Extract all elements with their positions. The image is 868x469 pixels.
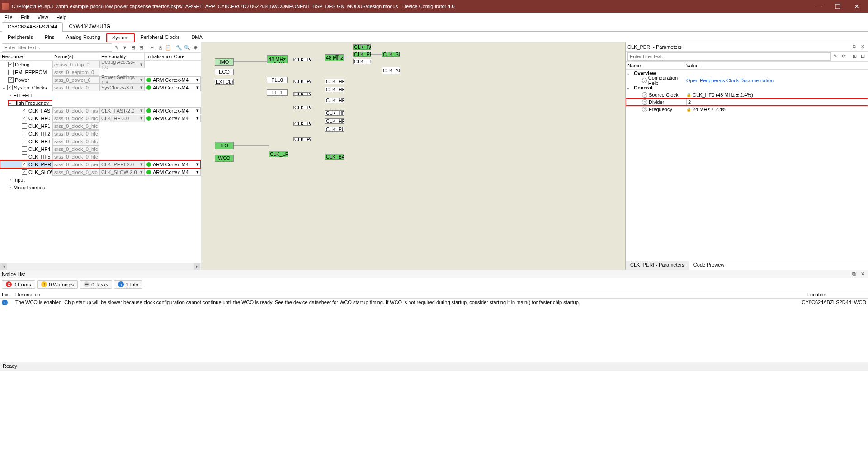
- diag-fll[interactable]: FLL48 MHz ± 2.4%: [267, 55, 288, 63]
- divider-input[interactable]: [686, 99, 866, 105]
- clk-hf2-checkbox[interactable]: [22, 131, 27, 136]
- notice-header-desc[interactable]: Description: [15, 292, 807, 297]
- diag-clk-bak[interactable]: CLK_BAK: [325, 154, 344, 160]
- param-source-clock[interactable]: ?Source Clock 🔒CLK_HF0 (48 MHz ± 2.4%): [626, 91, 868, 98]
- params-popout-icon[interactable]: ⧉: [851, 43, 858, 51]
- misc-expander[interactable]: ›: [8, 185, 13, 190]
- row-clk-fast[interactable]: CLK_FAST CLK_FAST-2.0▾ ARM Cortex-M4▾: [0, 107, 201, 114]
- help-icon[interactable]: ?: [642, 78, 647, 83]
- clock-diagram-canvas[interactable]: IMO ECO EXTCLK FLL48 MHz ± 2.4% PLL0 PLL…: [201, 42, 626, 270]
- debug-personality-drop[interactable]: Debug Access-1.0▾: [99, 61, 145, 68]
- tree-scrollbar-h[interactable]: ◂ ▸: [0, 263, 201, 270]
- menu-view[interactable]: View: [36, 14, 50, 21]
- row-clk-hf1[interactable]: CLK_HF1: [0, 122, 201, 130]
- header-names[interactable]: Name(s): [52, 53, 99, 60]
- clk-fast-core-drop[interactable]: ARM Cortex-M4▾: [145, 107, 201, 114]
- clk-hf5-name-input[interactable]: [52, 153, 99, 160]
- fllpll-expander[interactable]: ›: [8, 93, 13, 98]
- param-frequency[interactable]: ?Frequency 🔒24 MHz ± 2.4%: [626, 106, 868, 113]
- diag-extclk[interactable]: EXTCLK: [215, 79, 234, 85]
- clk-hf2-name-input[interactable]: [52, 130, 99, 137]
- maximize-button[interactable]: ❐: [828, 0, 847, 13]
- device-tab-cyw[interactable]: CYW4343WKUBG: [63, 22, 116, 31]
- clk-hf0-checkbox[interactable]: [22, 116, 27, 121]
- params-close-icon[interactable]: ✕: [859, 43, 866, 51]
- sysclocks-checkbox[interactable]: [7, 85, 13, 90]
- header-resource[interactable]: Resource: [0, 53, 52, 60]
- tab-analog-routing[interactable]: Analog-Routing: [60, 33, 106, 42]
- clk-slow-checkbox[interactable]: [22, 169, 27, 175]
- minimize-button[interactable]: —: [809, 0, 828, 13]
- diag-clk-hf5[interactable]: CLK_HF5: [325, 118, 344, 124]
- params-collapse-icon[interactable]: ⊟: [859, 52, 866, 60]
- tab-system[interactable]: System: [106, 33, 135, 42]
- highfreq-expander[interactable]: ⌄: [8, 101, 13, 105]
- clk-hf3-name-input[interactable]: [52, 138, 99, 145]
- clk-hf1-name-input[interactable]: [52, 122, 99, 130]
- confhelp-link[interactable]: Open Peripherals Clock Documentation: [686, 78, 774, 83]
- diag-imo[interactable]: IMO: [215, 58, 234, 66]
- menu-help[interactable]: Help: [54, 14, 68, 21]
- row-clk-hf3[interactable]: CLK_HF3: [0, 137, 201, 145]
- header-personality[interactable]: Personality: [99, 53, 145, 60]
- tab-peripherals[interactable]: Peripherals: [2, 33, 39, 42]
- diag-clk-hf0[interactable]: CLK_HF048 MHz ± 2.4%: [325, 54, 344, 61]
- notice-header-loc[interactable]: Location: [807, 292, 866, 297]
- notice-tab-tasks[interactable]: ☰0 Tasks: [80, 280, 112, 289]
- row-input[interactable]: ›Input: [0, 176, 201, 183]
- diag-clk-hf2[interactable]: CLK_HF2: [325, 87, 344, 92]
- power-core-drop[interactable]: ARM Cortex-M4▾: [145, 76, 201, 84]
- param-confhelp[interactable]: ?Configuration Help Open Peripherals Clo…: [626, 77, 868, 84]
- row-clk-hf0[interactable]: CLK_HF0 CLK_HF-3.0▾ ARM Cortex-M4▾: [0, 114, 201, 122]
- clk-peri-name-input[interactable]: [52, 161, 99, 168]
- diag-eco[interactable]: ECO: [215, 69, 234, 75]
- scroll-right-icon[interactable]: ▸: [194, 263, 200, 270]
- row-clk-hf4[interactable]: CLK_HF4: [0, 145, 201, 153]
- close-button[interactable]: ✕: [847, 0, 866, 13]
- row-power[interactable]: Power Power Settings-1.3▾ ARM Cortex-M4▾: [0, 76, 201, 84]
- eeprom-name-input[interactable]: [52, 69, 99, 76]
- input-expander[interactable]: ›: [8, 178, 13, 182]
- power-checkbox[interactable]: [8, 77, 14, 83]
- debug-checkbox[interactable]: [8, 62, 14, 67]
- params-expand-icon[interactable]: ⊞: [851, 52, 858, 60]
- diag-pll1[interactable]: PLL1: [267, 89, 288, 96]
- clk-peri-checkbox[interactable]: [22, 162, 27, 167]
- params-header-name[interactable]: Name: [626, 62, 684, 69]
- power-personality-drop[interactable]: Power Settings-1.3▾: [99, 76, 145, 84]
- tab-clk-peri-params[interactable]: CLK_PERI - Parameters: [626, 261, 689, 270]
- expand-all-icon[interactable]: ⊞: [129, 44, 137, 51]
- clk-hf4-checkbox[interactable]: [22, 146, 27, 152]
- diag-clk-lf[interactable]: CLK_LF: [269, 151, 288, 157]
- header-core[interactable]: Initialization Core: [145, 53, 201, 60]
- collapse-all-icon[interactable]: ⊟: [137, 44, 145, 51]
- notice-popout-icon[interactable]: ⧉: [850, 271, 858, 278]
- paste-icon[interactable]: 📋: [165, 44, 172, 51]
- scroll-left-icon[interactable]: ◂: [0, 263, 7, 270]
- resource-filter-input[interactable]: [2, 43, 112, 52]
- device-tab-cy8c[interactable]: CY8C624ABZI-S2D44: [2, 22, 63, 32]
- clk-hf0-core-drop[interactable]: ARM Cortex-M4▾: [145, 115, 201, 122]
- notice-row-wco[interactable]: i The WCO is enabled. Chip startup will …: [0, 299, 868, 306]
- notice-tab-info[interactable]: i1 Info: [114, 280, 142, 289]
- sysclocks-core-drop[interactable]: ARM Cortex-M4▾: [145, 84, 201, 91]
- diag-clk-fast[interactable]: CLK_FAST: [353, 44, 371, 50]
- row-misc[interactable]: ›Miscellaneous: [0, 183, 201, 191]
- sysclocks-expander[interactable]: ⌄: [2, 85, 6, 90]
- clk-hf1-checkbox[interactable]: [22, 123, 27, 129]
- diag-clk-hf1[interactable]: CLK_HF1: [325, 79, 344, 84]
- clk-hf5-checkbox[interactable]: [22, 154, 27, 159]
- eeprom-checkbox[interactable]: [8, 70, 14, 75]
- tool-icon-2[interactable]: ⊕: [192, 44, 199, 51]
- sysclocks-personality-drop[interactable]: SysClocks-3.0▾: [99, 84, 145, 91]
- row-clk-hf5[interactable]: CLK_HF5: [0, 153, 201, 160]
- menu-edit[interactable]: Edit: [19, 14, 31, 21]
- clk-peri-personality-drop[interactable]: CLK_PERI-2.0▾: [99, 161, 145, 168]
- clk-fast-name-input[interactable]: [52, 107, 99, 114]
- params-filter-input[interactable]: [627, 52, 831, 61]
- params-refresh-icon[interactable]: ⟳: [840, 52, 847, 60]
- diag-clk-pump[interactable]: CLK_PUMP: [325, 127, 344, 132]
- sysclocks-name-input[interactable]: [52, 84, 99, 91]
- menu-file[interactable]: File: [3, 14, 14, 21]
- tab-dma[interactable]: DMA: [185, 33, 208, 42]
